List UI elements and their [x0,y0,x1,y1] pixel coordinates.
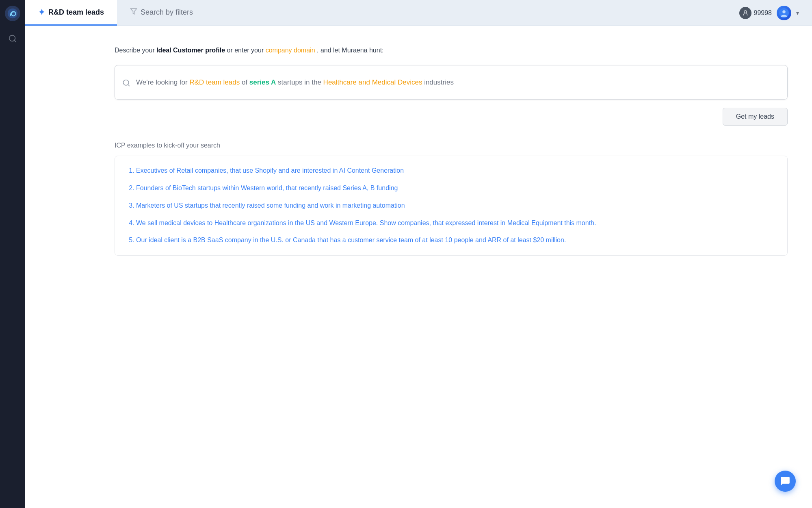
header: ✦ R&D team leads Search by filters 99998 [25,0,812,26]
search-input-box[interactable]: We're looking for R&D team leads of seri… [115,65,788,100]
filter-icon [130,8,137,17]
svg-point-0 [8,9,18,19]
credits-value: 99998 [754,9,772,17]
svg-point-7 [782,10,786,13]
sidebar [0,0,25,508]
icp-example-5[interactable]: Our ideal client is a B2B SaaS company i… [136,235,774,245]
chat-button[interactable] [775,471,796,492]
description-bold: Ideal Customer profile [156,47,225,54]
icp-example-4[interactable]: We sell medical devices to Healthcare or… [136,218,774,228]
svg-point-1 [11,14,12,16]
page-content: Describe your Ideal Customer profile or … [25,26,812,508]
icp-example-1[interactable]: Executives of Retail companies, that use… [136,166,774,176]
user-avatar[interactable] [777,6,791,20]
button-row: Get my leads [115,108,788,126]
description-text: Describe your Ideal Customer profile or … [115,46,788,55]
icp-example-2[interactable]: Founders of BioTech startups within West… [136,183,774,193]
search-series-highlight: series A [249,78,276,86]
search-icon [122,78,130,91]
header-right: 99998 ▾ [739,6,812,20]
search-text-content: We're looking for R&D team leads of seri… [136,77,454,88]
header-tabs: ✦ R&D team leads Search by filters [25,0,206,26]
sidebar-logo[interactable] [5,6,20,21]
description-suffix: , and let Muraena hunt: [317,47,384,54]
icp-section-title: ICP examples to kick-off your search [115,142,788,149]
svg-line-3 [14,40,16,42]
svg-marker-4 [131,9,137,14]
description-link[interactable]: company domain [266,47,315,54]
tab-search-by-filters[interactable]: Search by filters [117,0,206,26]
search-healthcare-highlight: Healthcare and Medical Devices [323,78,422,86]
description-mid: or enter your [227,47,266,54]
sidebar-search-button[interactable] [5,31,20,46]
search-of: of [240,78,249,86]
search-industries: industries [422,78,453,86]
ai-search-icon: ✦ [38,7,45,17]
icp-list: Executives of Retail companies, that use… [128,166,774,245]
tab-search-by-filters-label: Search by filters [141,8,193,17]
description-prefix: Describe your [115,47,156,54]
main-container: ✦ R&D team leads Search by filters 99998 [25,0,812,508]
credits-badge: 99998 [739,7,772,19]
search-startups: startups in the [276,78,323,86]
icp-example-3[interactable]: Marketers of US startups that recently r… [136,201,774,211]
svg-point-5 [744,11,747,13]
icp-examples-container: Executives of Retail companies, that use… [115,156,788,256]
credits-icon [739,7,751,19]
tab-ai-search[interactable]: ✦ R&D team leads [25,0,117,26]
tab-ai-search-label: R&D team leads [48,8,104,17]
chevron-down-icon[interactable]: ▾ [796,10,799,16]
get-leads-button[interactable]: Get my leads [723,108,788,126]
search-rd-highlight: R&D team leads [189,78,240,86]
svg-line-9 [128,85,130,86]
search-pre: We're looking for [136,78,189,86]
